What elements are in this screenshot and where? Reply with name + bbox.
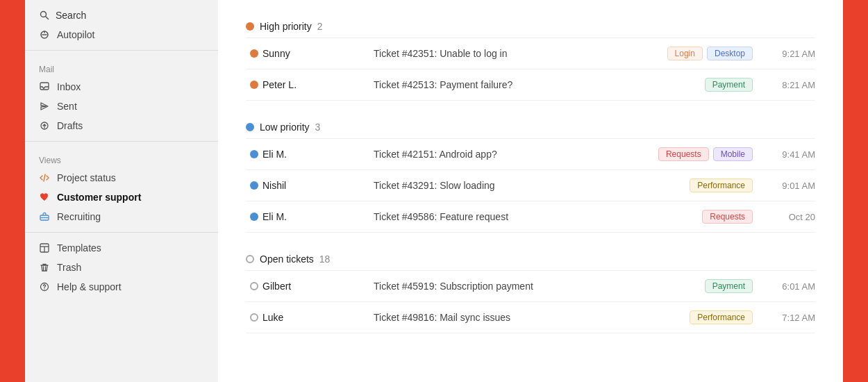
- ticket-name: Gilbert: [262, 281, 374, 292]
- open-tickets-section: Open tickets 18 Gilbert Ticket #45919: S…: [246, 247, 815, 333]
- autopilot-label: Autopilot: [57, 29, 94, 40]
- high-priority-count: 2: [317, 21, 323, 32]
- sidebar-item-help[interactable]: Help & support: [25, 277, 218, 297]
- low-priority-dot: [246, 123, 254, 131]
- high-dot: [250, 49, 258, 58]
- open-dot: [250, 282, 258, 290]
- svg-point-13: [44, 288, 44, 289]
- high-priority-section: High priority 2 Sunny Ticket #42351: Una…: [246, 14, 815, 101]
- low-priority-section: Low priority 3 Eli M. Ticket #42151: And…: [246, 115, 815, 233]
- ticket-time: 7:12 AM: [767, 313, 815, 323]
- tag-requests: Requests: [702, 210, 753, 224]
- trash-icon: [39, 262, 50, 273]
- ticket-time: Oct 20: [767, 212, 815, 222]
- ticket-time: 6:01 AM: [767, 281, 815, 292]
- project-status-label: Project status: [57, 172, 116, 183]
- sidebar-item-customer-support[interactable]: Customer support: [25, 188, 218, 207]
- sidebar-item-autopilot[interactable]: Autopilot: [25, 25, 218, 44]
- ticket-name: Sunny: [262, 48, 374, 59]
- ticket-time: 9:41 AM: [767, 149, 815, 160]
- trash-label: Trash: [57, 262, 81, 273]
- table-row[interactable]: Nishil Ticket #43291: Slow loading Perfo…: [246, 170, 815, 201]
- views-section-label: Views: [25, 147, 218, 168]
- ticket-tags: Requests Mobile: [658, 147, 753, 161]
- ticket-priority-icon: [246, 181, 262, 190]
- right-accent-bar: [843, 0, 868, 382]
- high-dot: [250, 81, 258, 89]
- left-accent-bar: [0, 0, 25, 382]
- ticket-priority-icon: [246, 313, 262, 322]
- tag-performance: Performance: [690, 310, 753, 324]
- table-row[interactable]: Eli M. Ticket #49586: Feature request Re…: [246, 201, 815, 233]
- tag-mobile: Mobile: [713, 147, 753, 161]
- ticket-name: Eli M.: [262, 149, 374, 160]
- autopilot-icon: [39, 29, 50, 40]
- open-tickets-count: 18: [319, 254, 331, 265]
- open-tickets-label: Open tickets: [260, 254, 314, 265]
- briefcase-icon: [39, 211, 50, 222]
- sidebar-item-inbox[interactable]: Inbox: [25, 77, 218, 97]
- ticket-description: Ticket #42513: Payment failure?: [374, 79, 705, 90]
- ticket-description: Ticket #42151: Android app?: [374, 149, 658, 160]
- ticket-priority-icon: [246, 282, 262, 290]
- sidebar-item-trash[interactable]: Trash: [25, 258, 218, 277]
- search-item[interactable]: Search: [25, 6, 218, 25]
- tag-payment: Payment: [705, 279, 753, 293]
- table-row[interactable]: Gilbert Ticket #45919: Subscription paym…: [246, 271, 815, 302]
- ticket-description: Ticket #42351: Unable to log in: [374, 48, 667, 59]
- high-priority-dot: [246, 22, 254, 31]
- code-icon: [39, 172, 50, 183]
- ticket-name: Eli M.: [262, 211, 374, 222]
- sidebar-item-project-status[interactable]: Project status: [25, 168, 218, 188]
- search-icon: [39, 10, 50, 21]
- divider-2: [25, 141, 218, 142]
- ticket-tags: Performance: [690, 178, 753, 192]
- ticket-time: 9:01 AM: [767, 181, 815, 191]
- tag-payment: Payment: [705, 78, 753, 92]
- ticket-tags: Login Desktop: [667, 47, 753, 60]
- ticket-description: Ticket #43291: Slow loading: [374, 180, 690, 191]
- low-priority-header: Low priority 3: [246, 115, 815, 139]
- ticket-priority-icon: [246, 150, 262, 158]
- sidebar-item-drafts[interactable]: Drafts: [25, 116, 218, 135]
- ticket-tags: Requests: [702, 210, 753, 224]
- templates-label: Templates: [57, 242, 101, 254]
- sidebar-item-templates[interactable]: Templates: [25, 238, 218, 258]
- open-dot: [250, 313, 258, 322]
- recruiting-label: Recruiting: [57, 211, 101, 222]
- customer-support-label: Customer support: [57, 192, 141, 203]
- ticket-tags: Performance: [690, 310, 753, 324]
- ticket-tags: Payment: [705, 78, 753, 92]
- low-priority-count: 3: [315, 122, 321, 133]
- ticket-description: Ticket #49586: Feature request: [374, 211, 702, 222]
- ticket-name: Nishil: [262, 180, 374, 191]
- sidebar-item-recruiting[interactable]: Recruiting: [25, 207, 218, 226]
- inbox-label: Inbox: [57, 81, 81, 92]
- high-priority-label: High priority: [260, 21, 312, 32]
- main-content: High priority 2 Sunny Ticket #42351: Una…: [218, 0, 843, 382]
- sent-label: Sent: [57, 101, 77, 112]
- low-priority-label: Low priority: [260, 122, 310, 133]
- ticket-time: 8:21 AM: [767, 80, 815, 90]
- tag-desktop: Desktop: [707, 47, 753, 60]
- sidebar-item-sent[interactable]: Sent: [25, 97, 218, 116]
- table-row[interactable]: Peter L. Ticket #42513: Payment failure?…: [246, 69, 815, 101]
- ticket-priority-icon: [246, 49, 262, 58]
- low-dot: [250, 181, 258, 190]
- svg-rect-5: [40, 83, 49, 90]
- open-tickets-header: Open tickets 18: [246, 247, 815, 271]
- table-row[interactable]: Luke Ticket #49816: Mail sync issues Per…: [246, 302, 815, 333]
- sidebar: Search Autopilot Mail Inbox Sent: [25, 0, 218, 382]
- ticket-tags: Payment: [705, 279, 753, 293]
- sent-icon: [39, 101, 50, 112]
- search-label: Search: [56, 10, 86, 21]
- table-row[interactable]: Eli M. Ticket #42151: Android app? Reque…: [246, 139, 815, 170]
- svg-line-1: [46, 17, 49, 19]
- tag-login: Login: [667, 47, 703, 60]
- table-row[interactable]: Sunny Ticket #42351: Unable to log in Lo…: [246, 38, 815, 69]
- divider-1: [25, 50, 218, 51]
- open-priority-dot: [246, 255, 254, 263]
- help-icon: [39, 281, 50, 292]
- ticket-time: 9:21 AM: [767, 49, 815, 59]
- mail-section-label: Mail: [25, 56, 218, 77]
